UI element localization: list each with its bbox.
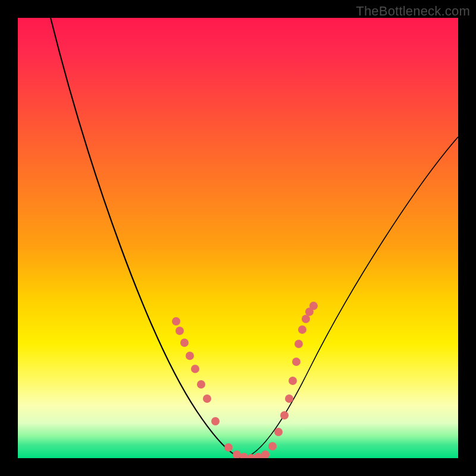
svg-point-4 — [191, 365, 199, 373]
svg-point-8 — [224, 443, 233, 452]
plot-area — [18, 18, 458, 458]
svg-point-13 — [261, 450, 270, 458]
svg-point-11 — [247, 454, 255, 458]
right-marker-group — [254, 302, 318, 458]
svg-point-10 — [240, 453, 248, 458]
right-curve-path — [243, 137, 458, 458]
svg-point-3 — [186, 352, 194, 360]
svg-point-5 — [197, 380, 205, 389]
watermark-text: TheBottleneck.com — [356, 4, 470, 19]
svg-point-16 — [280, 411, 289, 419]
svg-point-21 — [298, 325, 306, 334]
svg-point-14 — [268, 442, 277, 450]
svg-point-9 — [233, 450, 241, 458]
svg-point-18 — [289, 377, 297, 385]
svg-point-17 — [285, 394, 293, 403]
svg-point-7 — [211, 417, 220, 425]
svg-point-0 — [172, 317, 180, 325]
svg-point-12 — [254, 453, 262, 458]
svg-point-15 — [274, 428, 283, 436]
left-curve-path — [51, 18, 243, 458]
svg-point-2 — [180, 339, 189, 347]
svg-point-19 — [292, 358, 300, 366]
svg-point-24 — [309, 302, 318, 310]
svg-point-1 — [176, 327, 184, 335]
curve-svg — [18, 18, 458, 458]
svg-point-20 — [295, 340, 303, 348]
svg-point-22 — [302, 315, 310, 323]
chart-frame: TheBottleneck.com — [0, 0, 476, 476]
svg-point-6 — [203, 394, 211, 403]
left-marker-group — [172, 317, 255, 458]
